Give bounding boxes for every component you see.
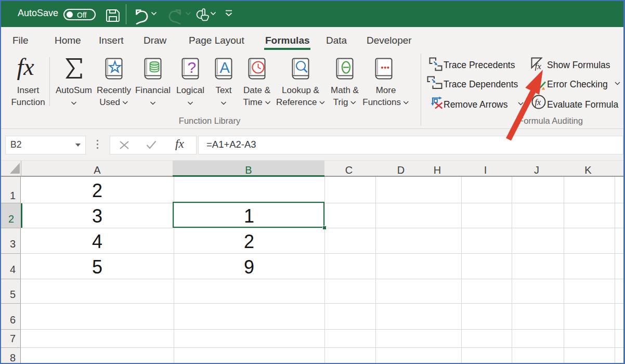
svg-text:?: ? xyxy=(188,59,197,76)
svg-text:A: A xyxy=(220,59,230,76)
